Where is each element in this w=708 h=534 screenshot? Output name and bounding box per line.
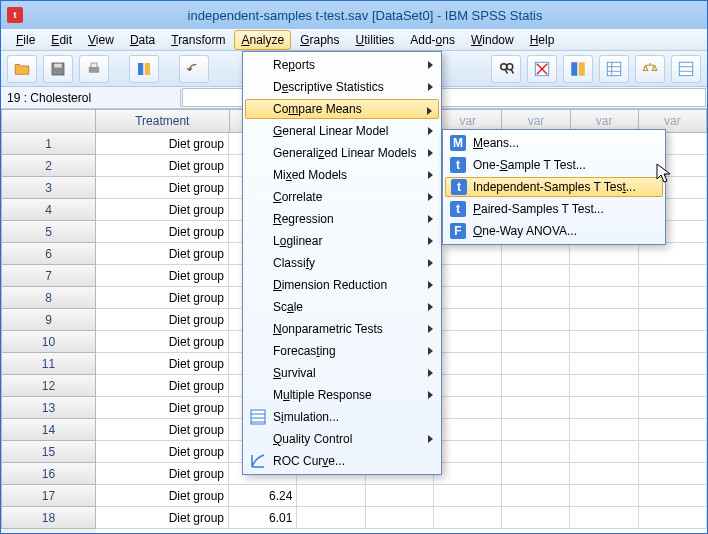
cell[interactable] <box>502 463 570 485</box>
cell[interactable]: Diet group <box>96 243 229 265</box>
cell[interactable]: Diet group <box>96 419 229 441</box>
cell[interactable] <box>570 441 638 463</box>
cell[interactable] <box>502 507 570 529</box>
cell[interactable] <box>570 353 638 375</box>
menu-generalized-linear-models[interactable]: Generalized Linear Models <box>245 142 439 164</box>
row-header[interactable]: 14 <box>1 419 96 441</box>
cell[interactable]: Diet group <box>96 309 229 331</box>
cell[interactable] <box>639 287 707 309</box>
value-labels-button[interactable] <box>599 55 629 83</box>
menu-compare-means[interactable]: Compare Means <box>245 99 439 119</box>
cell[interactable] <box>639 463 707 485</box>
cell[interactable] <box>570 309 638 331</box>
cell[interactable] <box>502 419 570 441</box>
cell[interactable] <box>502 331 570 353</box>
menu-correlate[interactable]: Correlate <box>245 186 439 208</box>
cell[interactable]: Diet group <box>96 133 229 155</box>
cell[interactable]: Diet group <box>96 353 229 375</box>
menu-window[interactable]: Window <box>464 30 521 50</box>
cell[interactable] <box>570 331 638 353</box>
cell[interactable] <box>434 243 502 265</box>
row-header[interactable]: 13 <box>1 397 96 419</box>
menu-analyze[interactable]: Analyze <box>234 30 291 50</box>
cell[interactable] <box>502 441 570 463</box>
cell[interactable]: Diet group <box>96 507 229 529</box>
cell[interactable] <box>434 485 502 507</box>
cell[interactable] <box>434 331 502 353</box>
cell[interactable]: Diet group <box>96 397 229 419</box>
row-header[interactable]: 10 <box>1 331 96 353</box>
submenu-paired-samples-t-test[interactable]: tPaired-Samples T Test... <box>445 198 663 220</box>
submenu-means[interactable]: MMeans... <box>445 132 663 154</box>
cell[interactable]: Diet group <box>96 155 229 177</box>
cell[interactable] <box>502 397 570 419</box>
menu-nonparametric-tests[interactable]: Nonparametric Tests <box>245 318 439 340</box>
cell[interactable] <box>434 463 502 485</box>
row-header[interactable]: 11 <box>1 353 96 375</box>
cell[interactable] <box>639 441 707 463</box>
cell[interactable] <box>570 397 638 419</box>
cell[interactable]: Diet group <box>96 375 229 397</box>
open-button[interactable] <box>7 55 37 83</box>
menu-edit[interactable]: Edit <box>44 30 79 50</box>
menu-survival[interactable]: Survival <box>245 362 439 384</box>
cell[interactable]: 6.01 <box>229 507 297 529</box>
cell[interactable] <box>297 507 365 529</box>
find-button[interactable] <box>491 55 521 83</box>
cell[interactable] <box>366 485 434 507</box>
cell[interactable] <box>570 485 638 507</box>
cell[interactable] <box>297 485 365 507</box>
cell[interactable] <box>502 353 570 375</box>
cell[interactable] <box>434 287 502 309</box>
cell[interactable] <box>570 463 638 485</box>
cell[interactable] <box>434 265 502 287</box>
menu-view[interactable]: View <box>81 30 121 50</box>
cell[interactable]: Diet group <box>96 463 229 485</box>
cell[interactable] <box>639 309 707 331</box>
submenu-one-sample-t-test[interactable]: tOne-Sample T Test... <box>445 154 663 176</box>
cell[interactable] <box>502 243 570 265</box>
menu-regression[interactable]: Regression <box>245 208 439 230</box>
cell[interactable] <box>502 485 570 507</box>
cell[interactable] <box>502 309 570 331</box>
cell[interactable] <box>639 485 707 507</box>
menu-descriptive-statistics[interactable]: Descriptive Statistics <box>245 76 439 98</box>
menu-mixed-models[interactable]: Mixed Models <box>245 164 439 186</box>
row-header[interactable]: 8 <box>1 287 96 309</box>
cell[interactable] <box>639 331 707 353</box>
menu-simulation[interactable]: Simulation... <box>245 406 439 428</box>
row-header[interactable]: 12 <box>1 375 96 397</box>
row-header[interactable]: 4 <box>1 199 96 221</box>
cell[interactable]: 6.24 <box>229 485 297 507</box>
cell[interactable]: Diet group <box>96 265 229 287</box>
cell[interactable] <box>639 507 707 529</box>
row-header[interactable]: 3 <box>1 177 96 199</box>
cell[interactable] <box>434 419 502 441</box>
cell[interactable] <box>639 419 707 441</box>
print-button[interactable] <box>79 55 109 83</box>
menu-dimension-reduction[interactable]: Dimension Reduction <box>245 274 439 296</box>
split-button[interactable] <box>671 55 701 83</box>
menu-reports[interactable]: Reports <box>245 54 439 76</box>
cell[interactable] <box>639 397 707 419</box>
cell[interactable]: Diet group <box>96 221 229 243</box>
row-header[interactable]: 18 <box>1 507 96 529</box>
cell[interactable] <box>434 397 502 419</box>
select-cases-button[interactable] <box>527 55 557 83</box>
data-view-button[interactable] <box>129 55 159 83</box>
row-header[interactable]: 6 <box>1 243 96 265</box>
cell[interactable] <box>502 265 570 287</box>
menu-file[interactable]: File <box>9 30 42 50</box>
cell[interactable] <box>434 353 502 375</box>
row-header[interactable]: 16 <box>1 463 96 485</box>
cell[interactable] <box>639 265 707 287</box>
menu-utilities[interactable]: Utilities <box>349 30 402 50</box>
menu-multiple-response[interactable]: Multiple Response <box>245 384 439 406</box>
cell[interactable]: Diet group <box>96 441 229 463</box>
weight-button[interactable] <box>635 55 665 83</box>
row-header[interactable]: 15 <box>1 441 96 463</box>
cell[interactable] <box>570 287 638 309</box>
cell[interactable] <box>570 419 638 441</box>
cell[interactable] <box>434 507 502 529</box>
menu-addons[interactable]: Add-ons <box>403 30 462 50</box>
